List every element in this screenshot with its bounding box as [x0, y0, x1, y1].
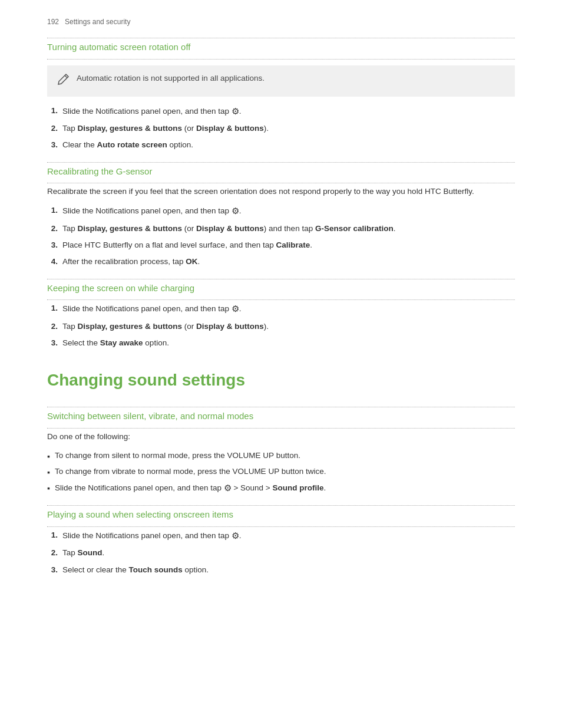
- ol-playing: 1. Slide the Notifications panel open, a…: [47, 529, 515, 576]
- gear-icon-r1: ⚙: [232, 105, 239, 118]
- heading-rotation: Turning automatic screen rotation off: [47, 41, 515, 54]
- big-heading-sound: Changing sound settings: [47, 368, 515, 393]
- divider-screen-on: [47, 279, 515, 279]
- note-icon: [57, 73, 70, 90]
- divider-gsensor: [47, 162, 515, 163]
- page-number: 192: [47, 17, 59, 27]
- step-rotation-3: 3. Clear the Auto rotate screen option.: [47, 139, 515, 151]
- note-box-rotation: Automatic rotation is not supported in a…: [47, 65, 515, 97]
- step-gsensor-2: 2. Tap Display, gestures & buttons (or D…: [47, 223, 515, 235]
- step-rotation-2: 2. Tap Display, gestures & buttons (or D…: [47, 123, 515, 134]
- divider-gsensor-bottom: [47, 183, 515, 183]
- divider-switching: [47, 407, 515, 407]
- section-rotation: Turning automatic screen rotation off Au…: [47, 38, 515, 151]
- heading-screen-on: Keeping the screen on while charging: [47, 282, 515, 295]
- header-title: Settings and security: [65, 17, 130, 27]
- intro-gsensor: Recalibrate the screen if you feel that …: [47, 186, 515, 197]
- step-screen-on-2: 2. Tap Display, gestures & buttons (or D…: [47, 321, 515, 332]
- divider-rotation: [47, 38, 515, 38]
- step-gsensor-1: 1. Slide the Notifications panel open, a…: [47, 205, 515, 218]
- gear-icon-s1: ⚙: [232, 302, 239, 316]
- svg-line-0: [65, 75, 67, 78]
- bullet-switching-1: ▪ To change from silent to normal mode, …: [47, 450, 515, 463]
- divider-switching-bottom: [47, 428, 515, 429]
- section-switching-modes: Switching between silent, vibrate, and n…: [47, 407, 515, 495]
- step-playing-2: 2. Tap Sound.: [47, 547, 515, 559]
- gear-icon-g1: ⚙: [232, 205, 239, 218]
- heading-playing: Playing a sound when selecting onscreen …: [47, 508, 515, 522]
- step-playing-1: 1. Slide the Notifications panel open, a…: [47, 529, 515, 543]
- body-gsensor: Recalibrate the screen if you feel that …: [47, 186, 515, 268]
- section-screen-on: Keeping the screen on while charging 1. …: [47, 279, 515, 350]
- bullet-switching-3: ▪ Slide the Notifications panel open, an…: [47, 482, 515, 495]
- ol-screen-on: 1. Slide the Notifications panel open, a…: [47, 302, 515, 349]
- heading-switching: Switching between silent, vibrate, and n…: [47, 410, 515, 423]
- steps-rotation: 1. Slide the Notifications panel open, a…: [47, 105, 515, 151]
- step-gsensor-3: 3. Place HTC Butterfly on a flat and lev…: [47, 239, 515, 251]
- divider-rotation-bottom: [47, 59, 515, 60]
- body-switching: Do one of the following: ▪ To change fro…: [47, 431, 515, 495]
- body-playing: 1. Slide the Notifications panel open, a…: [47, 529, 515, 576]
- divider-screen-on-bottom: [47, 299, 515, 300]
- ol-rotation: 1. Slide the Notifications panel open, a…: [47, 105, 515, 151]
- pencil-icon: [57, 73, 70, 86]
- gear-icon-p1: ⚙: [232, 529, 239, 543]
- step-playing-3: 3. Select or clear the Touch sounds opti…: [47, 564, 515, 576]
- step-rotation-1: 1. Slide the Notifications panel open, a…: [47, 105, 515, 118]
- header: 192 Settings and security: [47, 17, 515, 27]
- step-screen-on-1: 1. Slide the Notifications panel open, a…: [47, 302, 515, 316]
- body-screen-on: 1. Slide the Notifications panel open, a…: [47, 302, 515, 349]
- bullet-switching-2: ▪ To change from vibrate to normal mode,…: [47, 466, 515, 479]
- section-playing-sound: Playing a sound when selecting onscreen …: [47, 505, 515, 576]
- bullets-switching: ▪ To change from silent to normal mode, …: [47, 450, 515, 495]
- divider-playing: [47, 505, 515, 506]
- ol-gsensor: 1. Slide the Notifications panel open, a…: [47, 205, 515, 268]
- intro-switching: Do one of the following:: [47, 431, 515, 443]
- step-screen-on-3: 3. Select the Stay awake option.: [47, 337, 515, 349]
- section-gsensor: Recalibrating the G-sensor Recalibrate t…: [47, 162, 515, 268]
- heading-gsensor: Recalibrating the G-sensor: [47, 165, 515, 179]
- gear-icon-sw: ⚙: [224, 482, 232, 495]
- divider-playing-bottom: [47, 526, 515, 527]
- note-text-rotation: Automatic rotation is not supported in a…: [77, 73, 265, 84]
- page: 192 Settings and security Turning automa…: [0, 0, 562, 728]
- step-gsensor-4: 4. After the recalibration process, tap …: [47, 256, 515, 268]
